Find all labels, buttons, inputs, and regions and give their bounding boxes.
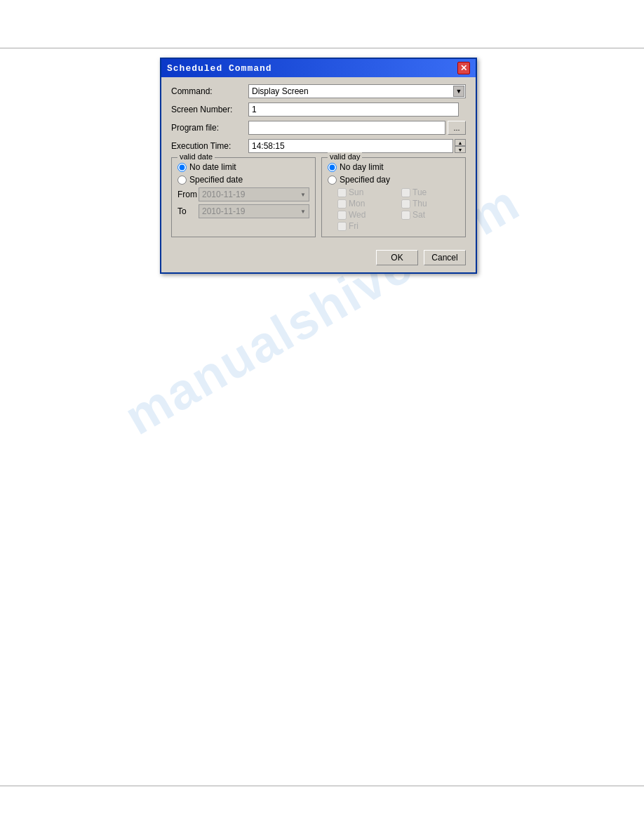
page-border-top <box>0 48 644 48</box>
program-file-row: Program file: ... <box>171 121 466 135</box>
sun-check-row: Sun <box>337 187 396 197</box>
from-date-row: From 2010-11-19 ▼ <box>177 187 309 201</box>
screen-number-label: Screen Number: <box>171 105 248 114</box>
from-date-value: 2010-11-19 <box>202 190 245 199</box>
execution-time-label: Execution Time: <box>171 141 248 151</box>
no-day-limit-row: No day limit <box>328 162 459 172</box>
sat-checkbox <box>401 211 410 220</box>
execution-time-row: Execution Time: ▲ ▼ <box>171 139 466 153</box>
program-file-input[interactable] <box>248 121 445 135</box>
specified-day-row: Specified day <box>328 175 459 185</box>
time-spinner: ▲ ▼ <box>455 139 466 153</box>
wed-label: Wed <box>349 210 365 220</box>
dialog-close-button[interactable]: ✕ <box>457 62 470 74</box>
to-date-dropdown[interactable]: 2010-11-19 ▼ <box>199 204 309 218</box>
no-date-limit-row: No date limit <box>177 162 309 172</box>
time-increment-button[interactable]: ▲ <box>455 139 466 146</box>
specified-date-row: Specified date <box>177 175 309 185</box>
to-date-value: 2010-11-19 <box>202 206 245 216</box>
execution-time-control: ▲ ▼ <box>248 139 466 153</box>
valid-date-legend: valid date <box>177 152 215 161</box>
tue-check-row: Tue <box>401 187 459 197</box>
day-checkboxes: Sun Tue Mon Thu <box>337 187 459 231</box>
specified-date-label: Specified date <box>189 175 243 185</box>
command-label: Command: <box>171 86 248 96</box>
command-row: Command: Display Screen ▼ <box>171 84 466 98</box>
no-day-limit-radio[interactable] <box>328 163 337 172</box>
to-label: To <box>177 206 199 216</box>
program-file-browse-button[interactable]: ... <box>448 121 466 135</box>
time-decrement-button[interactable]: ▼ <box>455 146 466 153</box>
screen-number-input[interactable] <box>248 102 459 117</box>
to-date-arrow: ▼ <box>300 208 306 215</box>
sat-label: Sat <box>412 210 425 220</box>
command-dropdown-wrapper: Display Screen ▼ <box>248 84 466 98</box>
mon-checkbox <box>337 199 347 208</box>
program-file-label: Program file: <box>171 123 248 133</box>
no-day-limit-label: No day limit <box>340 162 384 172</box>
dialog-body: Command: Display Screen ▼ Screen Number:… <box>161 77 476 244</box>
thu-check-row: Thu <box>401 199 459 208</box>
valid-date-section: valid date No date limit Specified date … <box>171 157 316 237</box>
page-border-bottom <box>0 786 644 786</box>
tue-checkbox <box>401 188 410 197</box>
fri-checkbox <box>337 222 347 231</box>
wed-checkbox <box>337 211 347 220</box>
ok-button[interactable]: OK <box>376 250 418 265</box>
valid-day-legend: valid day <box>328 152 362 161</box>
screen-number-row: Screen Number: <box>171 102 466 117</box>
thu-label: Thu <box>412 199 427 208</box>
sat-check-row: Sat <box>401 210 459 220</box>
scheduled-command-dialog: Scheduled Command ✕ Command: Display Scr… <box>160 58 477 274</box>
sections-row: valid date No date limit Specified date … <box>171 157 466 237</box>
no-date-limit-label: No date limit <box>189 162 236 172</box>
screen-number-control <box>248 102 466 117</box>
valid-day-section: valid day No day limit Specified day Sun <box>321 157 466 237</box>
program-file-control: ... <box>248 121 466 135</box>
execution-time-input[interactable] <box>248 139 453 153</box>
fri-label: Fri <box>349 221 358 231</box>
command-select[interactable]: Display Screen <box>248 84 466 98</box>
specified-day-radio[interactable] <box>328 176 337 185</box>
wed-check-row: Wed <box>337 210 396 220</box>
no-date-limit-radio[interactable] <box>177 163 187 172</box>
tue-label: Tue <box>412 187 427 197</box>
dialog-footer: OK Cancel <box>161 244 476 272</box>
from-date-dropdown[interactable]: 2010-11-19 ▼ <box>199 187 309 201</box>
specified-date-radio[interactable] <box>177 176 187 185</box>
sun-label: Sun <box>349 187 363 197</box>
sun-checkbox <box>337 188 347 197</box>
specified-day-label: Specified day <box>340 175 390 185</box>
thu-checkbox <box>401 199 410 208</box>
from-date-arrow: ▼ <box>300 192 306 198</box>
mon-check-row: Mon <box>337 199 396 208</box>
dialog-title: Scheduled Command <box>167 63 272 74</box>
mon-label: Mon <box>349 199 365 208</box>
dialog-titlebar: Scheduled Command ✕ <box>161 59 476 77</box>
to-date-row: To 2010-11-19 ▼ <box>177 204 309 218</box>
fri-check-row: Fri <box>337 221 396 231</box>
cancel-button[interactable]: Cancel <box>424 250 466 265</box>
from-label: From <box>177 190 199 199</box>
